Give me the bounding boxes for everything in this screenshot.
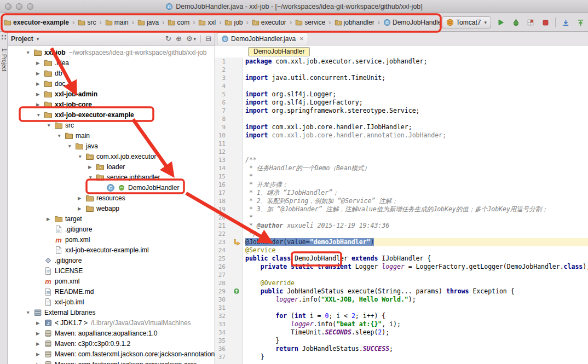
project-tool-window-button[interactable]: 1: Project (1, 48, 7, 71)
expand-arrow-icon[interactable]: ▶ (45, 216, 54, 222)
expand-arrow-icon[interactable]: ▶ (34, 351, 44, 357)
bookmark-arrow-icon[interactable] (233, 239, 241, 246)
line-number[interactable]: 27 (215, 271, 242, 279)
code-line-7[interactable]: import org.springframework.stereotype.Se… (245, 107, 588, 115)
code-line-29[interactable]: public JobHandleStatus execute(String...… (245, 287, 588, 296)
tree-item-xxl-job-executor-example.iml[interactable]: xxl-job-executor-example.iml (8, 245, 215, 255)
line-number[interactable]: 33 (215, 320, 242, 328)
expand-arrow-icon[interactable]: ▶ (34, 60, 44, 66)
expand-arrow-icon[interactable]: ▶ (34, 320, 44, 326)
code-line-30[interactable]: logger.info("XXL-JOB, Hello World."); (245, 296, 588, 304)
breadcrumb-jobhandler[interactable]: jobhandler (333, 18, 376, 27)
code-line-10[interactable]: import com.xxl.job.core.handler.annotati… (245, 131, 588, 140)
expand-arrow-icon[interactable]: ▶ (34, 91, 44, 97)
tree-item-main[interactable]: ▼main (8, 130, 215, 141)
code-line-5[interactable]: import org.slf4j.Logger; (245, 90, 588, 99)
line-number[interactable]: 16 (215, 181, 242, 189)
line-number[interactable]: 15 (215, 172, 242, 181)
code-line-8[interactable] (245, 115, 588, 123)
collapse-arrow-icon[interactable]: ▼ (24, 50, 33, 55)
tree-item-readme.md[interactable]: README.md (8, 286, 215, 297)
tree-item-demojobhandler[interactable]: CDemoJobHandler (8, 182, 215, 193)
code-line-13[interactable]: /** (245, 156, 588, 164)
code-line-22[interactable]: */ (245, 230, 588, 238)
project-panel-title[interactable]: Project (11, 35, 33, 43)
breadcrumb-executor[interactable]: executor (250, 18, 288, 27)
tree-item-pom.xml[interactable]: mpom.xml (8, 276, 215, 286)
line-number[interactable]: 20 (215, 213, 242, 222)
collapse-arrow-icon[interactable]: ▼ (76, 154, 85, 159)
tree-item-db[interactable]: ▶db (8, 68, 215, 78)
zoom-window-button[interactable] (27, 3, 33, 10)
expand-arrow-icon[interactable]: ▶ (34, 331, 44, 336)
line-number[interactable]: 35 (215, 337, 242, 345)
breadcrumb-service[interactable]: service (293, 18, 327, 27)
collapse-arrow-icon[interactable]: ▼ (55, 133, 65, 138)
code-line-34[interactable]: TimeUnit.SECONDS.sleep(2); (245, 328, 588, 337)
line-number[interactable]: 30 (215, 296, 242, 304)
run-config-selector[interactable]: Tomcat7 ▾ (442, 16, 491, 28)
collapse-arrow-icon[interactable]: ▼ (24, 310, 33, 315)
expand-arrow-icon[interactable]: ▶ (34, 362, 44, 364)
code-line-33[interactable]: logger.info("beat at:{}", i); (245, 320, 588, 328)
tree-item-com.xxl.job.executor[interactable]: ▼com.xxl.job.executor (8, 151, 215, 161)
tree-item-maven-aopalliance-aopalliance-1.0[interactable]: ▶Maven: aopalliance:aopalliance:1.0 (8, 328, 215, 338)
code-line-35[interactable]: } (245, 337, 588, 345)
code-line-17[interactable]: * 1、继承 “IJobHandler”； (245, 189, 588, 197)
line-number[interactable]: 26 (215, 263, 242, 271)
line-number[interactable]: 34 (215, 328, 242, 337)
line-number[interactable]: 13 (215, 156, 242, 164)
collapse-arrow-icon[interactable]: ▼ (34, 112, 44, 118)
breadcrumb-java[interactable]: java (136, 18, 160, 27)
breadcrumb-com[interactable]: com (166, 18, 191, 27)
code-line-12[interactable] (245, 148, 588, 156)
tree-item-.gitignore[interactable]: .gitignore (8, 224, 215, 234)
stop-button[interactable] (540, 18, 550, 27)
expand-arrow-icon[interactable]: ▶ (87, 164, 96, 170)
line-number[interactable]: 7 (215, 107, 242, 115)
line-number[interactable]: 1 (215, 57, 242, 66)
code-line-1[interactable]: package com.xxl.job.executor.service.job… (245, 57, 588, 66)
tree-item-maven-com.fasterxml.jackson.core-jackson-annotations[interactable]: ▶Maven: com.fasterxml.jackson.core:jacks… (8, 349, 215, 359)
tree-item-xxl-job-executor-example[interactable]: ▼xxl-job-executor-example (8, 109, 215, 120)
code-line-11[interactable] (245, 140, 588, 148)
tree-item-loader[interactable]: ▶loader (8, 161, 215, 172)
code-line-26[interactable]: private static transient Logger logger =… (245, 263, 588, 271)
code-line-6[interactable]: import org.slf4j.LoggerFactory; (245, 99, 588, 107)
line-number[interactable]: 18 (215, 197, 242, 205)
line-number[interactable]: 37 (215, 353, 242, 361)
tool-windows-grid-icon[interactable] (1, 34, 7, 42)
tree-item-maven-c3p0-c3p0-0.9.1.2[interactable]: ▶Maven: c3p0:c3p0:0.9.1.2 (8, 338, 215, 349)
line-number[interactable]: 6 (215, 99, 242, 107)
tab-demojobhandler-java[interactable]: C DemoJobHandler.java × (217, 32, 308, 45)
line-number[interactable]: 31 (215, 304, 242, 312)
sync-icon[interactable]: ↻ (165, 34, 171, 43)
overrides-marker-icon[interactable] (233, 288, 241, 296)
code-editor[interactable]: 1234567891011121314151617181920212223242… (215, 57, 588, 364)
code-line-24[interactable]: @Service (245, 246, 588, 255)
breadcrumb-main[interactable]: main (103, 18, 130, 27)
line-number[interactable]: 32 (215, 312, 242, 320)
collapse-arrow-icon[interactable]: ▼ (45, 123, 54, 128)
code-line-32[interactable]: for (int i = 0; i < 2; i++) { (245, 312, 588, 320)
tree-item-webapp[interactable]: ▶webapp (8, 203, 215, 213)
code-line-36[interactable]: return JobHandleStatus.SUCCESS; (245, 345, 588, 353)
code-line-3[interactable]: import java.util.concurrent.TimeUnit; (245, 74, 588, 82)
settings-gear-icon[interactable]: ⚙▾ (186, 34, 196, 43)
code-line-31[interactable] (245, 304, 588, 312)
code-line-16[interactable]: * 开发步骤： (245, 181, 588, 189)
tree-item-.gitignore[interactable]: .gitignore (8, 255, 215, 265)
code-line-20[interactable]: * (245, 213, 588, 222)
tree-item-service.jobhandler[interactable]: ▼service.jobhandler (8, 172, 215, 182)
vcs-update-button[interactable] (561, 18, 570, 27)
line-number[interactable]: 3 (215, 74, 242, 82)
editor-breadcrumb-chip[interactable]: DemoJobHandler (248, 47, 310, 56)
breadcrumb-executor-example[interactable]: executor-example (2, 18, 71, 27)
tree-item-pom.xml[interactable]: mpom.xml (8, 234, 215, 245)
breadcrumb-xxl[interactable]: xxl (197, 18, 217, 27)
project-view-caret-icon[interactable]: ▾ (37, 36, 39, 42)
expand-arrow-icon[interactable]: ▶ (76, 206, 85, 211)
line-number[interactable]: 2 (215, 66, 242, 74)
code-line-2[interactable] (245, 66, 588, 74)
line-number[interactable]: 21 (215, 222, 242, 230)
